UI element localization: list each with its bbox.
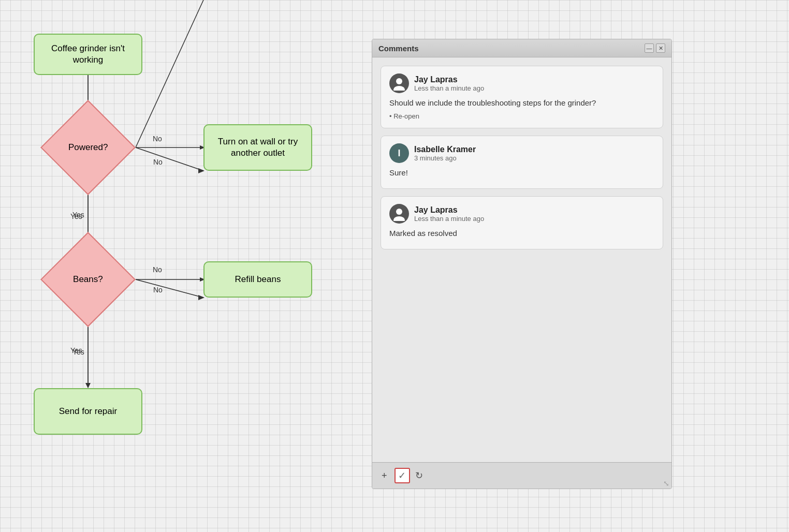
comment-text-2: Sure! (389, 167, 654, 178)
comment-meta-1: Jay Lapras Less than a minute ago (414, 75, 484, 92)
comments-footer: + ✓ ↻ (372, 462, 671, 489)
comment-card-1: Jay Lapras Less than a minute ago Should… (381, 66, 663, 128)
comment-meta-3: Jay Lapras Less than a minute ago (414, 205, 484, 223)
add-comment-button[interactable]: + (379, 469, 389, 482)
comments-title: Comments (378, 44, 419, 53)
comment-author-3: Jay Lapras (414, 205, 484, 215)
svg-text:No: No (153, 158, 163, 166)
comment-text-1: Should we include the troubleshooting st… (389, 97, 654, 108)
beans-label: Beans? (73, 274, 103, 285)
start-node[interactable]: Coffee grinder isn't working (34, 34, 142, 75)
comments-panel: Comments — ✕ Jay Lapras (372, 39, 672, 489)
comment-header-2: I Isabelle Kramer 3 minutes ago (389, 143, 654, 163)
powered-diamond[interactable]: Powered? (54, 114, 122, 181)
avatar-3 (389, 204, 409, 224)
comment-card-3: Jay Lapras Less than a minute ago Marked… (381, 196, 663, 249)
svg-line-2 (136, 0, 203, 147)
svg-marker-4 (198, 168, 204, 173)
comment-author-2: Isabelle Kramer (414, 145, 476, 154)
comment-action-1[interactable]: • Re-open (389, 112, 419, 120)
comment-time-1: Less than a minute ago (414, 84, 484, 92)
no-label-2: No (153, 265, 162, 274)
comment-text-3: Marked as resolved (389, 228, 654, 239)
svg-marker-10 (198, 295, 204, 300)
comment-author-1: Jay Lapras (414, 75, 484, 84)
avatar-1 (389, 73, 409, 93)
beans-diamond[interactable]: Beans? (54, 246, 122, 313)
svg-line-9 (136, 279, 203, 298)
refresh-button[interactable]: ↻ (415, 470, 423, 481)
comment-time-3: Less than a minute ago (414, 215, 484, 223)
avatar-2: I (389, 143, 409, 163)
checkmark-button[interactable]: ✓ (394, 468, 410, 483)
repair-label: Send for repair (59, 406, 117, 417)
svg-text:Yes: Yes (72, 211, 84, 219)
svg-point-25 (396, 78, 402, 84)
svg-point-28 (393, 216, 405, 221)
minimize-button[interactable]: — (645, 43, 654, 53)
comment-header-1: Jay Lapras Less than a minute ago (389, 73, 654, 93)
comments-controls: — ✕ (645, 43, 665, 53)
comments-header: Comments — ✕ (372, 39, 671, 57)
comment-header-3: Jay Lapras Less than a minute ago (389, 204, 654, 224)
flowchart-area: No Yes No Yes No Yes No Yes (0, 0, 368, 532)
svg-point-27 (396, 209, 402, 215)
yes-label-2: Yes (70, 346, 82, 354)
comment-meta-2: Isabelle Kramer 3 minutes ago (414, 145, 476, 162)
comments-body: Jay Lapras Less than a minute ago Should… (372, 57, 671, 462)
svg-point-26 (393, 86, 405, 91)
turn-on-node[interactable]: Turn on at wall or try another outlet (203, 124, 312, 171)
svg-line-3 (136, 147, 203, 171)
svg-text:Yes: Yes (72, 348, 84, 356)
svg-marker-13 (85, 383, 91, 388)
refill-label: Refill beans (235, 274, 281, 285)
no-label-1: No (153, 135, 162, 143)
resize-handle[interactable]: ⤡ (663, 479, 669, 487)
checkmark-icon: ✓ (398, 470, 406, 481)
turn-on-label: Turn on at wall or try another outlet (210, 136, 306, 159)
svg-marker-24 (86, 383, 90, 388)
repair-node[interactable]: Send for repair (34, 388, 142, 435)
refill-node[interactable]: Refill beans (203, 261, 312, 298)
svg-text:No: No (153, 286, 163, 294)
start-node-label: Coffee grinder isn't working (40, 43, 136, 66)
yes-label-1: Yes (70, 212, 82, 220)
comment-card-2: I Isabelle Kramer 3 minutes ago Sure! (381, 136, 663, 189)
comment-time-2: 3 minutes ago (414, 154, 476, 162)
close-button[interactable]: ✕ (656, 43, 665, 53)
powered-label: Powered? (68, 142, 108, 153)
